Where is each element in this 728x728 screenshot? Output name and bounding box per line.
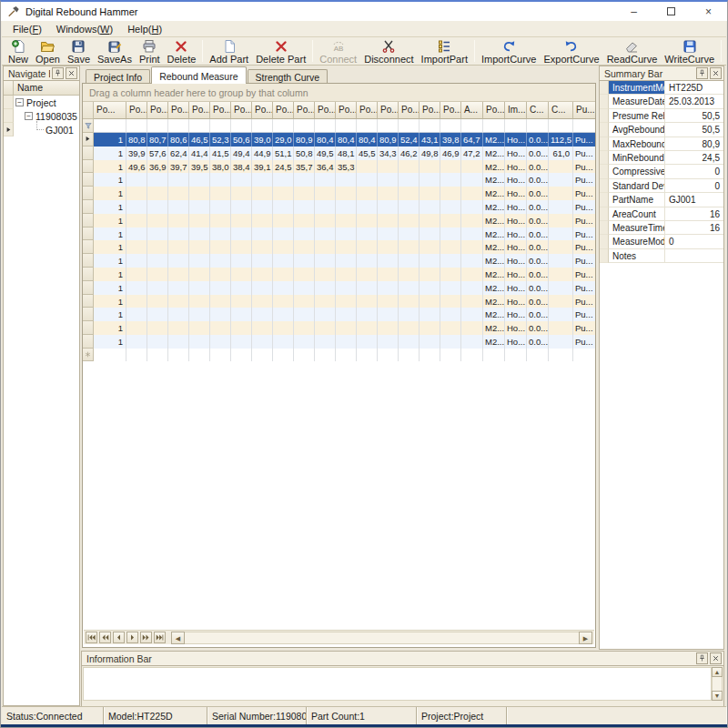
grid-cell[interactable] [399, 349, 420, 361]
column-header[interactable]: Po... [294, 102, 315, 119]
grid-cell[interactable]: M2... [483, 335, 505, 349]
grid-cell[interactable]: 52,4 [399, 133, 420, 147]
grid-cell[interactable] [294, 173, 315, 187]
grid-cell[interactable]: 41,4 [189, 147, 210, 160]
grid-cell[interactable]: 80,4 [315, 133, 336, 147]
summary-row-minrebound[interactable]: MinRebound24,5 [600, 151, 723, 165]
grid-cell[interactable] [378, 335, 399, 349]
grid-cell[interactable] [126, 240, 147, 254]
grid-cell[interactable]: Pu... [573, 173, 596, 187]
grid-cell[interactable]: 0.0... [527, 160, 549, 174]
grid-cell[interactable]: 36,4 [315, 160, 336, 174]
filter-cell[interactable] [505, 119, 527, 133]
grid-cell[interactable] [420, 308, 440, 321]
grid-cell[interactable] [420, 254, 440, 268]
grid-cell[interactable] [336, 349, 357, 361]
grid-cell[interactable] [210, 214, 231, 228]
grid-cell[interactable] [294, 240, 315, 254]
grid-cell[interactable]: 62,4 [168, 147, 189, 160]
grid-cell[interactable]: 1 [94, 268, 126, 281]
grid-cell[interactable] [168, 228, 189, 241]
toolbar-button-delete[interactable]: Delete [164, 37, 200, 65]
grid-cell[interactable] [210, 321, 231, 335]
grid-cell[interactable] [294, 200, 315, 214]
grid-row[interactable]: 1M2...Ho...0.0...Pu... [83, 321, 595, 335]
scroll-down-icon[interactable]: ▼ [712, 691, 723, 701]
grid-cell[interactable]: M2... [483, 187, 505, 200]
grid-cell[interactable] [336, 240, 357, 254]
grid-cell[interactable] [440, 335, 461, 349]
column-header[interactable]: Po... [252, 102, 273, 119]
grid-cell[interactable]: 44,9 [252, 147, 273, 160]
grid-cell[interactable] [273, 187, 294, 200]
grid-cell[interactable] [399, 295, 420, 308]
nav-prev-page-button[interactable] [99, 632, 111, 643]
grid-cell[interactable] [126, 173, 147, 187]
grid-cell[interactable] [189, 187, 210, 200]
grid-cell[interactable] [273, 349, 294, 361]
grid-cell[interactable] [231, 214, 252, 228]
grid-cell[interactable]: M2... [483, 281, 505, 295]
grid-cell[interactable]: 80,4 [357, 133, 378, 147]
filter-cell[interactable] [336, 119, 357, 133]
grid-row[interactable]: 139,957,662,441,441,549,444,951,150,849,… [83, 147, 595, 160]
grid-cell[interactable] [378, 295, 399, 308]
grid-cell[interactable] [168, 200, 189, 214]
grid-cell[interactable]: Ho... [505, 133, 527, 147]
grid-cell[interactable]: 49,8 [420, 147, 440, 160]
column-header[interactable]: Po... [273, 102, 294, 119]
grid-cell[interactable] [378, 187, 399, 200]
grid-cell[interactable] [231, 281, 252, 295]
column-header[interactable]: Po... [399, 102, 420, 119]
grid-cell[interactable]: 1 [94, 160, 126, 174]
toolbar-button-disconnect[interactable]: Disconnect [360, 37, 417, 65]
filter-cell[interactable] [357, 119, 378, 133]
grid-cell[interactable] [357, 295, 378, 308]
grid-cell[interactable] [231, 254, 252, 268]
grid-cell[interactable]: 46,9 [440, 147, 461, 160]
grid-cell[interactable]: Ho... [505, 173, 527, 187]
summary-field-value[interactable]: 0 [665, 179, 723, 193]
grid-cell[interactable] [126, 349, 147, 361]
grid-cell[interactable]: Pu... [573, 147, 596, 160]
grid-cell[interactable] [461, 214, 483, 228]
grid-cell[interactable] [420, 160, 440, 174]
grid-cell[interactable] [252, 308, 273, 321]
grid-cell[interactable] [273, 254, 294, 268]
grid-row[interactable]: 149,636,939,739,538,038,439,124,535,736,… [83, 160, 595, 174]
grid-cell[interactable]: Pu... [573, 254, 596, 268]
grid-cell[interactable]: 35,7 [294, 160, 315, 174]
pin-icon[interactable] [696, 652, 708, 664]
tab-strength-curve[interactable]: Strength Curve [248, 69, 329, 84]
pin-icon[interactable] [52, 67, 64, 79]
grid-cell[interactable] [440, 321, 461, 335]
grid-cell[interactable] [483, 349, 505, 361]
grid-cell[interactable] [420, 187, 440, 200]
grid-cell[interactable] [294, 214, 315, 228]
grid-cell[interactable]: 1 [94, 281, 126, 295]
grid-cell[interactable] [147, 321, 168, 335]
close-icon[interactable] [710, 652, 722, 664]
grid-cell[interactable] [231, 240, 252, 254]
grid-cell[interactable] [210, 228, 231, 241]
vertical-scrollbar[interactable]: ▲ ▼ [712, 667, 723, 701]
grid-cell[interactable] [147, 268, 168, 281]
grid-cell[interactable] [461, 200, 483, 214]
grid-cell[interactable] [336, 295, 357, 308]
grid-cell[interactable] [549, 335, 573, 349]
grid-cell[interactable] [357, 321, 378, 335]
column-header[interactable]: Po... [210, 102, 231, 119]
grid-cell[interactable] [440, 308, 461, 321]
grid-cell[interactable] [440, 173, 461, 187]
grid-cell[interactable] [147, 254, 168, 268]
grid-cell[interactable] [357, 308, 378, 321]
grid-cell[interactable]: 51,1 [273, 147, 294, 160]
grid-cell[interactable] [147, 173, 168, 187]
grid-cell[interactable] [189, 349, 210, 361]
summary-row-compressive-stre[interactable]: Compressive Stre0 [600, 165, 723, 178]
grid-cell[interactable] [399, 268, 420, 281]
summary-field-value[interactable]: 0 [665, 165, 723, 178]
filter-cell[interactable] [273, 119, 294, 133]
grid-cell[interactable] [210, 295, 231, 308]
grid-cell[interactable] [294, 308, 315, 321]
